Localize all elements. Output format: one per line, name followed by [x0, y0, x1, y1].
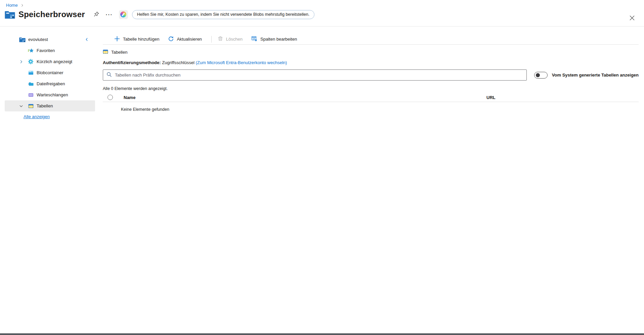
search-icon: [106, 72, 112, 78]
toolbar-divider: [211, 36, 212, 43]
items-count: Alle 0 Elemente werden angezeigt.: [103, 86, 639, 91]
pin-button[interactable]: [92, 10, 100, 19]
refresh-icon: [168, 36, 174, 43]
select-all-checkbox[interactable]: [108, 95, 113, 100]
more-options-button[interactable]: ···: [104, 10, 114, 19]
breadcrumb: Home: [6, 3, 24, 8]
column-header-url[interactable]: URL: [486, 95, 496, 100]
search-input[interactable]: [115, 73, 523, 78]
auth-method-label: Authentifizierungsmethode:: [103, 60, 161, 65]
add-table-button[interactable]: Tabelle hinzufügen: [112, 34, 161, 44]
sidebar-item-tabellen[interactable]: Tabellen: [5, 100, 95, 111]
pin-icon: [94, 11, 99, 18]
sidebar-item-kuerzlich-angezeigt[interactable]: Kürzlich angezeigt: [5, 56, 95, 67]
table-icon: [28, 103, 34, 109]
table-header-row: Name URL: [103, 93, 639, 102]
edit-columns-icon: [251, 36, 257, 43]
breadcrumb-home-link[interactable]: Home: [6, 3, 18, 8]
plus-icon: [114, 36, 120, 43]
sidebar: evoviutest Favoriten: [0, 27, 95, 333]
sidebar-account-evoviutest[interactable]: evoviutest: [5, 34, 95, 45]
storage-browser-icon: [5, 10, 15, 19]
sidebar-item-warteschlangen[interactable]: Warteschlangen: [5, 89, 95, 100]
toolbar: Tabelle hinzufügen Aktualisieren Löschen: [103, 27, 639, 45]
page-title: Speicherbrowser: [18, 10, 85, 19]
auth-method-value: Zugriffsschlüssel: [162, 60, 195, 65]
auth-method-row: Authentifizierungsmethode: Zugriffsschlü…: [103, 60, 639, 66]
toggle-knob: [536, 73, 540, 77]
title-row: Speicherbrowser ··· Helfen Sie mir, Kost…: [5, 10, 314, 19]
show-all-link[interactable]: Alle anzeigen: [24, 114, 50, 119]
refresh-button[interactable]: Aktualisieren: [166, 34, 204, 44]
copilot-suggestion-text: Helfen Sie mir, Kosten zu sparen, indem …: [137, 12, 309, 17]
edit-columns-button[interactable]: Spalten bearbeiten: [249, 34, 299, 44]
empty-state-text: Keine Elemente gefunden: [103, 107, 639, 112]
sidebar-collapse-button[interactable]: [83, 36, 90, 44]
system-tables-toggle[interactable]: [534, 72, 548, 79]
column-header-name[interactable]: Name: [124, 95, 486, 100]
favorites-star-icon: [28, 48, 34, 53]
ellipsis-icon: ···: [106, 12, 113, 17]
bottom-bar: [0, 333, 644, 335]
close-icon: [630, 15, 635, 21]
table-icon: [103, 49, 108, 55]
sidebar-item-dateifreigaben[interactable]: Dateifreigaben: [5, 78, 95, 89]
page-header: Home Speicherbrowser: [0, 0, 644, 27]
account-name: evoviutest: [28, 37, 48, 42]
sidebar-item-blobcontainer[interactable]: Blobcontainer: [5, 67, 95, 78]
trash-icon: [218, 36, 223, 42]
delete-button[interactable]: Löschen: [216, 34, 245, 44]
chevron-down-icon[interactable]: [19, 104, 28, 108]
copilot-suggestion-pill[interactable]: Helfen Sie mir, Kosten zu sparen, indem …: [132, 10, 314, 19]
close-button[interactable]: [628, 14, 636, 23]
blob-container-icon: [28, 70, 34, 76]
filter-row: Vom System generierte Tabellen anzeigen: [103, 69, 639, 81]
recently-viewed-gear-icon: [28, 59, 34, 64]
storage-account-icon: [19, 37, 26, 42]
search-box: [103, 69, 527, 81]
chevron-right-icon[interactable]: [19, 60, 28, 64]
queue-icon: [28, 92, 34, 98]
main-content: Tabelle hinzufügen Aktualisieren Löschen: [103, 27, 639, 112]
sidebar-item-favoriten[interactable]: Favoriten: [5, 45, 95, 56]
system-tables-toggle-label: Vom System generierte Tabellen anzeigen: [552, 73, 639, 78]
chevron-left-icon: [85, 37, 89, 43]
switch-entra-account-link[interactable]: (Zum Microsoft Entra-Benutzerkonto wechs…: [196, 60, 287, 65]
copilot-button[interactable]: [119, 10, 128, 19]
section-title: Tabellen: [111, 50, 127, 55]
copilot-icon: [120, 11, 126, 17]
file-share-icon: [28, 81, 34, 87]
section-header: Tabellen: [103, 49, 639, 55]
chevron-right-icon: [20, 4, 24, 7]
